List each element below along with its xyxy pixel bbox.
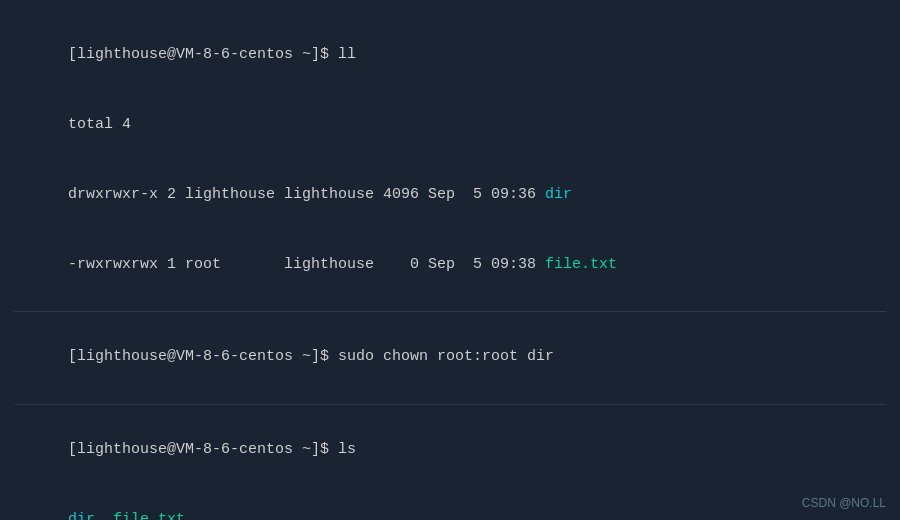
output-dir-1: drwxrwxr-x 2 lighthouse lighthouse 4096 … [14,160,886,230]
command-line-1: [lighthouse@VM-8-6-centos ~]$ ll [14,20,886,90]
output-total-1: total 4 [14,90,886,160]
command-line-2: [lighthouse@VM-8-6-centos ~]$ sudo chown… [14,322,886,392]
output-ls: dir file.txt [14,485,886,521]
section-2: [lighthouse@VM-8-6-centos ~]$ sudo chown… [14,312,886,405]
section-1: [lighthouse@VM-8-6-centos ~]$ ll total 4… [14,10,886,312]
terminal: [lighthouse@VM-8-6-centos ~]$ ll total 4… [0,0,900,520]
prompt-1: [lighthouse@VM-8-6-centos ~]$ ll [68,46,356,63]
output-file-1: -rwxrwxrwx 1 root lighthouse 0 Sep 5 09:… [14,229,886,299]
section-3: [lighthouse@VM-8-6-centos ~]$ ls dir fil… [14,405,886,520]
command-line-3: [lighthouse@VM-8-6-centos ~]$ ls [14,415,886,485]
watermark: CSDN @NO.LL [802,496,886,510]
